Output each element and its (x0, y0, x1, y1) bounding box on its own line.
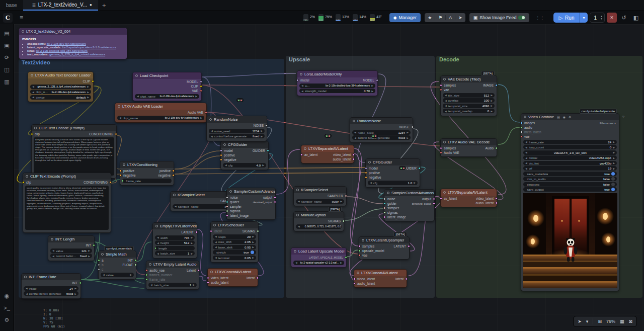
collapse-dot-icon[interactable] (296, 214, 299, 216)
node-rn2[interactable]: RandomNoiseNOISE◀noise_seed1234▶◀control… (350, 117, 413, 143)
input-port-audio_latent[interactable] (353, 282, 356, 285)
widget-tile_size[interactable]: ◀tile_size512▶ (443, 93, 495, 98)
output-port-latent[interactable] (256, 277, 259, 279)
decrement-arrow-icon[interactable]: ◀ (103, 273, 105, 276)
preview-icon[interactable]: ◉ (563, 115, 566, 119)
output-port-FLOAT[interactable] (134, 264, 137, 266)
widget-base_shift[interactable]: ◀base_shift0.95▶ (213, 245, 256, 250)
collapse-dot-icon[interactable] (443, 141, 446, 143)
output-port-GUIDER[interactable] (267, 149, 269, 152)
node-msig[interactable]: [BETA]ManualSigmasSIGMAS◀sig0.909375, 0.… (293, 211, 344, 231)
collapse-dot-icon[interactable] (118, 105, 120, 108)
input-port-noise[interactable] (226, 196, 228, 199)
node-cat1[interactable]: LTXVConcatAVLatentvideo_latentlatentaudi… (207, 268, 258, 287)
output-port-Audio VAE[interactable] (205, 111, 207, 114)
output-port-video_latent[interactable] (495, 197, 498, 200)
output-port-MODEL[interactable] (376, 79, 378, 81)
node-lora[interactable]: LoraLoaderModelOnlymodelMODEL◀lo...ltx-2… (297, 70, 378, 96)
decrement-arrow-icon[interactable]: ◀ (32, 91, 34, 94)
decrement-arrow-icon[interactable]: ◀ (26, 287, 28, 290)
widget-steps[interactable]: ◀steps20▶ (213, 234, 256, 239)
input-port-images[interactable] (520, 122, 523, 124)
increment-arrow-icon[interactable]: ▶ (407, 136, 409, 139)
increment-arrow-icon[interactable]: ▶ (371, 90, 373, 93)
widget-lo...[interactable]: ◀lo...ltx-2-19b-distilled-lora-384.safet… (299, 84, 375, 88)
increment-arrow-icon[interactable]: ▶ (613, 167, 615, 170)
zoom-level[interactable]: 76% (606, 319, 615, 324)
increment-arrow-icon[interactable]: ▶ (252, 240, 254, 243)
video-preview[interactable] (523, 193, 617, 288)
node-vdt[interactable]: [BETA]VAE Decode (Tiled)samplesIMAGEvae◀… (440, 75, 497, 116)
output-port-LATENT[interactable] (408, 245, 410, 247)
decrement-arrow-icon[interactable]: ◀ (215, 235, 217, 238)
node-atel[interactable]: LTXV Audio Text Encoder LoaderCLIP◀gemma… (28, 71, 94, 102)
input-port-video_latent[interactable] (207, 277, 209, 279)
decrement-arrow-icon[interactable]: ◀ (445, 94, 447, 97)
decrement-arrow-icon[interactable]: ◀ (175, 205, 177, 208)
output-port-IMAGE[interactable] (495, 84, 498, 87)
input-port-audio_vae[interactable] (145, 269, 148, 272)
collapse-dot-icon[interactable] (149, 263, 151, 266)
collapse-dot-icon[interactable] (443, 191, 446, 194)
decrement-arrow-icon[interactable]: ◀ (301, 90, 303, 93)
increment-arrow-icon[interactable]: ▶ (87, 85, 89, 88)
widget-sig[interactable]: ◀sig0.909375, 0.725, 0.421875, 0.0▶ (296, 224, 342, 229)
widget-control before generate[interactable]: ◀control before generatefixed▶ (209, 134, 265, 138)
increment-arrow-icon[interactable]: ▶ (262, 163, 264, 167)
filenames-dropdown[interactable]: Filenames ▾ (600, 121, 616, 125)
increment-arrow-icon[interactable]: ▶ (340, 261, 342, 264)
collapse-dot-icon[interactable] (155, 225, 158, 227)
increment-arrow-icon[interactable]: ▶ (613, 156, 615, 159)
options-gear-icon[interactable]: ⚙ (569, 115, 571, 119)
widget-strength_model[interactable]: ◀strength_model0.70▶ (299, 89, 375, 93)
node-ilen[interactable]: INT: LengthINT◀value121▶◀control before … (48, 235, 95, 261)
input-port-model[interactable] (220, 149, 222, 152)
node-cneg[interactable]: CLIP Text Encode (Prompt)clipCONDITIONIN… (23, 173, 111, 233)
input-port-b[interactable] (98, 264, 100, 266)
reroute-node[interactable] (325, 134, 332, 138)
output-port-SAMPLER[interactable] (345, 195, 347, 197)
node-rn1[interactable]: RandomNoiseNOISE◀noise_seed1234▶◀control… (206, 116, 267, 141)
node-avd[interactable]: LTXV Audio VAE DecodesamplesAudioAudio V… (440, 138, 497, 157)
collapse-dot-icon[interactable] (173, 194, 176, 196)
output-port-INT[interactable] (93, 244, 95, 246)
output-port-NOISE[interactable] (265, 124, 268, 127)
increment-arrow-icon[interactable]: ▶ (88, 255, 90, 258)
collapse-dot-icon[interactable] (387, 192, 389, 194)
increment-arrow-icon[interactable]: ▶ (252, 256, 254, 259)
input-port-samples[interactable] (440, 84, 442, 87)
decrement-arrow-icon[interactable]: ◀ (298, 200, 300, 203)
widget-save_output[interactable]: save_outputtrue (523, 187, 617, 192)
increment-arrow-icon[interactable]: ▶ (88, 249, 90, 252)
widget-pix_fmt[interactable]: ◀pix_fmtyuv420p▶ (523, 161, 617, 166)
increment-arrow-icon[interactable]: ▶ (191, 236, 193, 239)
input-port-audio_latent[interactable] (207, 281, 209, 284)
decrement-arrow-icon[interactable]: ◀ (150, 283, 152, 286)
decrement-arrow-icon[interactable]: ◀ (26, 292, 28, 295)
node-sca1[interactable]: SamplerCustomAdvancednoiseoutputguiderde… (226, 188, 276, 220)
decrement-arrow-icon[interactable]: ◀ (370, 181, 372, 184)
toggle-links-icon[interactable]: ⊠ (628, 319, 632, 324)
collapse-dot-icon[interactable] (296, 189, 299, 191)
widget-temporal_overlap[interactable]: ◀temporal_overlap8▶ (443, 109, 495, 113)
increment-arrow-icon[interactable]: ▶ (491, 110, 493, 113)
reroute-node[interactable] (236, 98, 244, 102)
tool-caret-icon[interactable]: ▾ (586, 319, 589, 324)
model-link[interactable]: ltx-2-19b-dev-fp4.safetensors (47, 42, 86, 45)
output-port-LATENT[interactable] (195, 231, 198, 233)
collapse-dot-icon[interactable] (229, 190, 232, 193)
decrement-arrow-icon[interactable]: ◀ (32, 85, 34, 88)
output-port-CONDITIONING[interactable] (109, 181, 112, 184)
widget-batch_size[interactable]: ◀batch_size1▶ (148, 283, 197, 287)
node-sched[interactable]: LTXVSchedulerlatentSIGMAS◀steps20▶◀max_s… (210, 221, 259, 263)
pointer-tool-icon[interactable]: ➤ (578, 319, 582, 324)
output-port-denoised_output[interactable] (274, 201, 276, 203)
node-cat2[interactable]: LTXVConcatAVLatentvideo_latentlatentaudi… (354, 269, 407, 288)
increment-arrow-icon[interactable]: ▶ (87, 96, 89, 99)
input-port-vae[interactable] (520, 135, 523, 138)
input-port-positive[interactable] (119, 170, 122, 172)
node-lup[interactable]: [BETA]LTXVLatentUpsamplersamplesLATENTup… (359, 236, 410, 260)
widget-height[interactable]: ◀height512▶ (155, 240, 195, 245)
widget-value[interactable]: ◀value24▶ (24, 286, 78, 291)
output-port-GUIDER[interactable] (418, 167, 421, 170)
